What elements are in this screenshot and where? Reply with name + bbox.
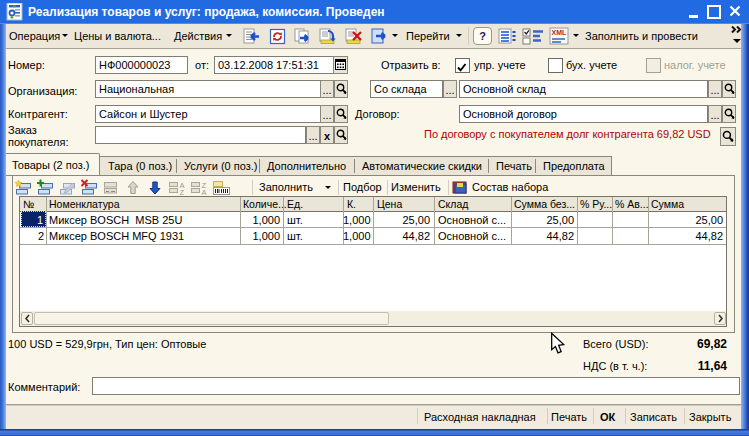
svg-text:XML: XML <box>552 29 568 36</box>
svg-text:A: A <box>202 188 207 196</box>
svg-text:Z: Z <box>180 188 185 196</box>
